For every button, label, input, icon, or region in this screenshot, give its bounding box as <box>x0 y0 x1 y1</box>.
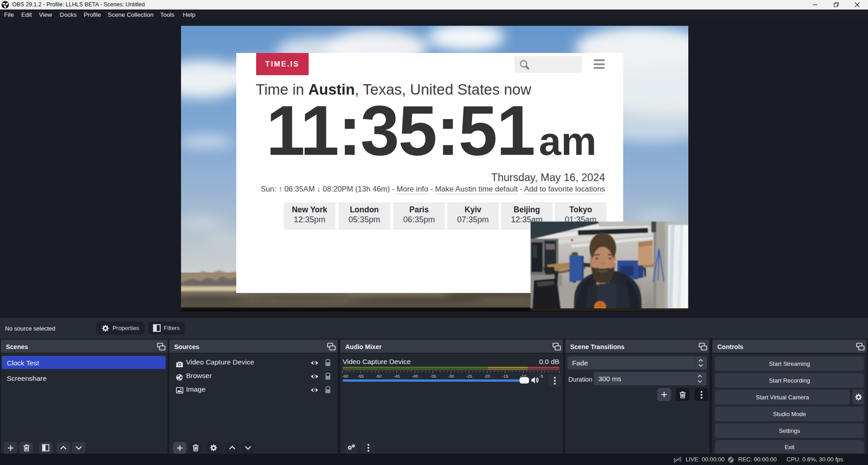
svg-text:-45: -45 <box>394 374 400 379</box>
svg-text:Video Capture Device: Video Capture Device <box>343 358 411 365</box>
svg-text:-5: -5 <box>539 374 543 379</box>
svg-text:-30: -30 <box>448 374 454 379</box>
svg-text:-35: -35 <box>430 374 436 379</box>
svg-text:-40: -40 <box>412 374 418 379</box>
svg-text:0.0 dB: 0.0 dB <box>539 358 559 365</box>
svg-text:-20: -20 <box>484 374 490 379</box>
svg-text:-15: -15 <box>502 374 508 379</box>
svg-text:-55: -55 <box>358 374 364 379</box>
svg-text:-50: -50 <box>376 374 382 379</box>
svg-text:-60: -60 <box>342 374 348 379</box>
svg-text:-25: -25 <box>466 374 472 379</box>
